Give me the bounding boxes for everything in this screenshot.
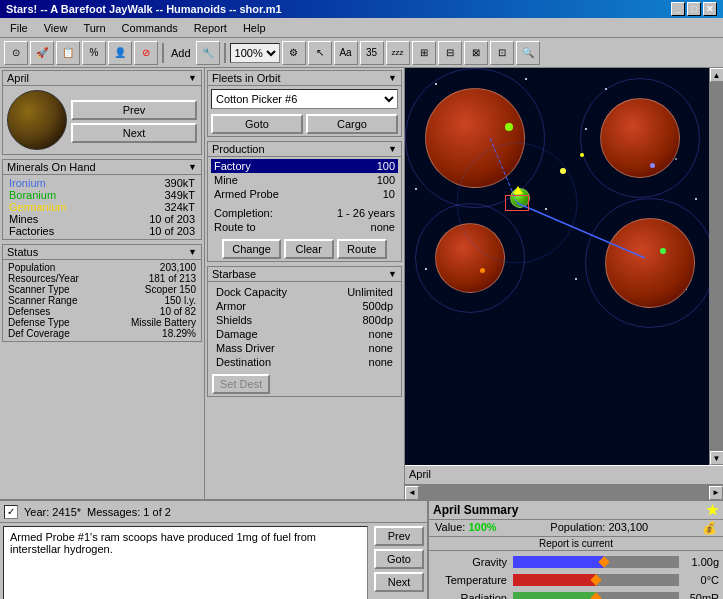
value-pct: 100% bbox=[468, 521, 496, 533]
scroll-left-button[interactable]: ◄ bbox=[405, 486, 419, 500]
scroll-right-button[interactable]: ► bbox=[709, 486, 723, 500]
gravity-bar bbox=[513, 556, 604, 568]
prod-item-probe[interactable]: Armed Probe 10 bbox=[211, 187, 398, 201]
maximize-button[interactable]: □ bbox=[687, 2, 701, 16]
toolbar-btn3[interactable]: 📋 bbox=[56, 41, 80, 65]
fleet-route-line bbox=[517, 203, 645, 258]
space-map[interactable] bbox=[405, 68, 709, 465]
scroll-v-track[interactable] bbox=[710, 82, 724, 451]
fleet-cargo-button[interactable]: Cargo bbox=[306, 114, 398, 134]
completion-value: 1 - 26 years bbox=[306, 207, 395, 219]
production-section: Production ▼ Factory 100 Mine 100 Armed … bbox=[207, 141, 402, 262]
defense-type-label: Defense Type bbox=[7, 317, 106, 328]
mines-value: 10 of 203 bbox=[112, 213, 197, 225]
menu-turn[interactable]: Turn bbox=[77, 20, 111, 36]
toolbar-home-button[interactable]: ⊙ bbox=[4, 41, 28, 65]
toolbar-separator2 bbox=[224, 43, 226, 63]
april-arrow[interactable]: ▼ bbox=[188, 73, 197, 83]
msg-next-button[interactable]: Next bbox=[374, 572, 424, 592]
menu-report[interactable]: Report bbox=[188, 20, 233, 36]
starbase-content: Dock Capacity Unlimited Armor 500dp Shie… bbox=[208, 282, 401, 372]
production-arrow[interactable]: ▼ bbox=[388, 144, 397, 154]
menu-view[interactable]: View bbox=[38, 20, 74, 36]
fleet-action-buttons: Goto Cargo bbox=[208, 112, 401, 136]
toolbar-cursor-button[interactable]: ↖ bbox=[308, 41, 332, 65]
mines-label: Mines bbox=[7, 213, 112, 225]
scroll-down-button[interactable]: ▼ bbox=[710, 451, 724, 465]
toolbar-btn4[interactable]: % bbox=[82, 41, 106, 65]
toolbar-btn2[interactable]: 🚀 bbox=[30, 41, 54, 65]
clear-button[interactable]: Clear bbox=[284, 239, 334, 259]
set-dest-button[interactable]: Set Dest bbox=[212, 374, 270, 394]
radiation-value: 50mR bbox=[679, 592, 719, 599]
damage-value: none bbox=[323, 328, 395, 340]
minerals-title: Minerals On Hand bbox=[7, 161, 96, 173]
summary-value-line: Value: 100% bbox=[435, 521, 497, 535]
toolbar-btn9[interactable]: ⊞ bbox=[412, 41, 436, 65]
radiation-label: Radiation bbox=[433, 592, 513, 599]
april-content: Prev Next bbox=[3, 86, 201, 154]
scroll-up-button[interactable]: ▲ bbox=[710, 68, 724, 82]
toolbar-btn5[interactable]: 👤 bbox=[108, 41, 132, 65]
scroll-h-track[interactable] bbox=[419, 486, 709, 500]
toolbar-btn11[interactable]: ⊠ bbox=[464, 41, 488, 65]
toolbar-search-button[interactable]: 🔍 bbox=[516, 41, 540, 65]
april-header: April ▼ bbox=[3, 71, 201, 86]
message-checkbox[interactable]: ✓ bbox=[4, 505, 18, 519]
toolbar-btn7[interactable]: 35 bbox=[360, 41, 384, 65]
minerals-arrow[interactable]: ▼ bbox=[188, 162, 197, 172]
add-label: Add bbox=[168, 47, 194, 59]
msg-goto-button[interactable]: Goto bbox=[374, 549, 424, 569]
change-button[interactable]: Change bbox=[222, 239, 281, 259]
planet-selection-box bbox=[505, 195, 529, 211]
planet-orange-dot bbox=[480, 268, 485, 273]
fleet-goto-button[interactable]: Goto bbox=[211, 114, 303, 134]
prod-item-factory[interactable]: Factory 100 bbox=[211, 159, 398, 173]
message-status-bar: ✓ Year: 2415* Messages: 1 of 2 bbox=[0, 501, 427, 523]
menu-help[interactable]: Help bbox=[237, 20, 272, 36]
status-header: Status ▼ bbox=[3, 245, 201, 260]
toolbar-btn10[interactable]: ⊟ bbox=[438, 41, 462, 65]
menu-file[interactable]: File bbox=[4, 20, 34, 36]
next-planet-button[interactable]: Next bbox=[71, 123, 197, 143]
minimize-button[interactable]: _ bbox=[671, 2, 685, 16]
temperature-bar-container bbox=[513, 574, 679, 586]
gravity-row: Gravity 1.00g bbox=[433, 554, 719, 570]
toolbar-add-button[interactable]: 🔧 bbox=[196, 41, 220, 65]
def-coverage-label: Def Coverage bbox=[7, 328, 106, 339]
msg-prev-button[interactable]: Prev bbox=[374, 526, 424, 546]
fleets-arrow[interactable]: ▼ bbox=[388, 73, 397, 83]
prev-planet-button[interactable]: Prev bbox=[71, 100, 197, 120]
shields-value: 800dp bbox=[323, 314, 395, 326]
menu-commands[interactable]: Commands bbox=[116, 20, 184, 36]
scanner-type-value: Scoper 150 bbox=[106, 284, 197, 295]
toolbar-btn6[interactable]: ⊘ bbox=[134, 41, 158, 65]
prod-mine-qty: 100 bbox=[377, 174, 395, 186]
planet-yellow-dot bbox=[580, 153, 584, 157]
close-button[interactable]: ✕ bbox=[703, 2, 717, 16]
toolbar-btn12[interactable]: ⊡ bbox=[490, 41, 514, 65]
toolbar-text-button[interactable]: Aa bbox=[334, 41, 358, 65]
bottom-top-row: ✓ Year: 2415* Messages: 1 of 2 Armed Pro… bbox=[0, 501, 723, 599]
left-panel: April ▼ Prev Next Minerals On Hand ▼ Ir bbox=[0, 68, 205, 499]
prod-item-mine[interactable]: Mine 100 bbox=[211, 173, 398, 187]
route-button[interactable]: Route bbox=[337, 239, 387, 259]
defense-type-value: Missile Battery bbox=[106, 317, 197, 328]
def-coverage-value: 18.29% bbox=[106, 328, 197, 339]
right-area: ▲ ▼ April ◄ ► bbox=[405, 68, 723, 499]
scanner-range-label: Scanner Range bbox=[7, 295, 106, 306]
toolbar-settings-button[interactable]: ⚙ bbox=[282, 41, 306, 65]
message-body: Armed Probe #1's ram scoops have produce… bbox=[0, 523, 427, 599]
fleet-select[interactable]: Cotton Picker #6 bbox=[211, 89, 398, 109]
starbase-header: Starbase ▼ bbox=[208, 267, 401, 282]
toolbar-btn8[interactable]: zzz bbox=[386, 41, 410, 65]
status-arrow[interactable]: ▼ bbox=[188, 247, 197, 257]
report-status: Report is current bbox=[429, 537, 723, 551]
prod-mine-name: Mine bbox=[214, 174, 238, 186]
status-section: Status ▼ Population 203,100 Resources/Ye… bbox=[2, 244, 202, 342]
radiation-bar bbox=[513, 592, 596, 599]
zoom-select[interactable]: 100% bbox=[230, 43, 280, 63]
starbase-arrow[interactable]: ▼ bbox=[388, 269, 397, 279]
bottom-area: ✓ Year: 2415* Messages: 1 of 2 Armed Pro… bbox=[0, 499, 723, 599]
status-content: Population 203,100 Resources/Year 181 of… bbox=[3, 260, 201, 341]
